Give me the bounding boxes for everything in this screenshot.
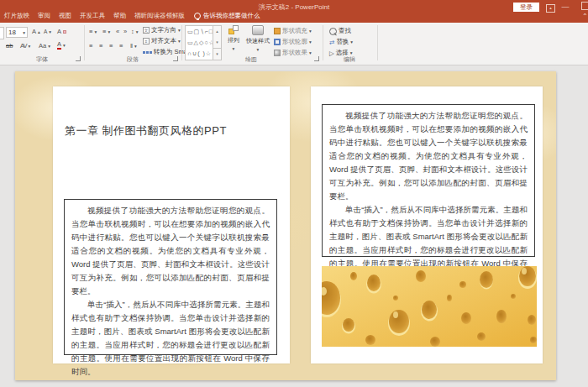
font-size-value: 18 [8, 29, 16, 36]
titlebar: 演示文稿2 - PowerPoint 登录 ▴ — 灯片放映 审阅 视图 开发工… [0, 0, 588, 23]
body-paragraph: 视频提供了功能强大的方法帮助您证明您的观点。当您单击联机视频时，可以在想要添加的… [329, 109, 528, 203]
find-button[interactable]: 查找 [329, 27, 351, 35]
left-text-box[interactable]: 视频提供了功能强大的方法帮助您证明您的观点。当您单击联机视频时，可以在想要添加的… [64, 199, 277, 355]
font-name-box-partial[interactable] [0, 27, 4, 39]
numbering-button[interactable]: ≡▾ [102, 28, 110, 35]
shape-fill-icon [274, 28, 281, 34]
scroll-down-icon: ▾ [213, 37, 221, 48]
minimize-button[interactable]: — [560, 2, 570, 12]
align-left-button[interactable]: ≡ [89, 42, 92, 50]
align-text-button[interactable]: ≡对齐文本▾ [143, 37, 181, 45]
grow-font-button[interactable]: A▴ [32, 28, 40, 35]
book-page-right[interactable]: 视频提供了功能强大的方法帮助您证明您的观点。当您单击联机视频时，可以在想要添加的… [311, 86, 543, 363]
decrease-indent-button[interactable]: « [116, 28, 119, 35]
arrange-button[interactable]: 排列▾ [223, 25, 244, 51]
quick-styles-button[interactable]: 快速样式▾ [245, 25, 270, 52]
powerpoint-window: 演示文稿2 - PowerPoint 登录 ▴ — 灯片放映 审阅 视图 开发工… [0, 0, 588, 387]
shape-glyphs: ▭▢∖⌐□○ ▭△◇○☆ ∩∪( )☆ [187, 26, 214, 59]
tab-slideshow[interactable]: 灯片放映 [0, 8, 34, 23]
shape-outline-button[interactable]: 形状轮廓▾ [274, 38, 312, 46]
maximize-button[interactable] [580, 2, 588, 13]
maximize-icon [581, 2, 588, 10]
shape-fill-button[interactable]: 形状填充▾ [274, 27, 312, 35]
sign-in-button[interactable]: 登录 [513, 3, 539, 12]
align-center-button[interactable]: ≡ [99, 42, 102, 50]
change-case-button[interactable]: Aa▾ [39, 42, 50, 50]
share-icon[interactable]: ⌃ [582, 13, 588, 21]
chapter-title[interactable]: 第一章 制作图书翻页风格的PPT [65, 123, 227, 139]
tab-view[interactable]: 视图 [55, 8, 76, 23]
strikethrough-button[interactable]: ab [6, 42, 13, 50]
eraser-icon [63, 30, 66, 34]
bullets-button[interactable]: ≡▾ [89, 28, 97, 35]
font-size-input[interactable]: 18 ▾ [6, 27, 28, 38]
tell-me-label: 告诉我你想要做什么 [203, 12, 260, 20]
ribbon-display-options-icon: ▴ [546, 4, 555, 13]
paragraph-dialog-launcher[interactable] [173, 56, 178, 61]
shapes-gallery-scrollbar[interactable]: ▴ ▾ ▾ [213, 26, 221, 60]
tab-help[interactable]: 帮助 [109, 8, 130, 23]
arrange-icon [228, 25, 239, 34]
align-right-button[interactable]: ≡ [109, 42, 113, 50]
ribbon: 18 ▾ A▴ A▾ A ab AV▾ Aa▾ A▾ 字体 ≡▾ ≡▾ « » … [0, 23, 588, 65]
drawing-group-label: 绘图 [181, 55, 321, 64]
search-icon [329, 28, 337, 35]
slide-canvas: 第一章 制作图书翻页风格的PPT 视频提供了功能强大的方法帮助您证明您的观点。当… [0, 65, 588, 387]
justify-button[interactable]: ≡ [119, 42, 123, 50]
cheese-image[interactable] [322, 266, 537, 347]
increase-indent-button[interactable]: » [123, 28, 127, 35]
body-paragraph: 单击“插入”，然后从不同库中选择所需元素。主题和样式也有助于文档保持协调。当您单… [71, 298, 270, 379]
drawing-dialog-launcher[interactable] [314, 56, 319, 61]
right-text-box[interactable]: 视频提供了功能强大的方法帮助您证明您的观点。当您单击联机视频时，可以在想要添加的… [322, 104, 535, 257]
tell-me-box[interactable]: 告诉我你想要做什么 [189, 12, 265, 20]
shape-outline-icon [274, 39, 281, 45]
paragraph-group-label: 段落 [86, 55, 180, 64]
replace-button[interactable]: ⇄替换▾ [329, 38, 353, 46]
window-title: 演示文稿2 - PowerPoint [259, 3, 329, 12]
smartart-icon [143, 51, 152, 54]
lightbulb-icon [194, 13, 201, 19]
font-color-button[interactable]: A▾ [57, 41, 66, 50]
book-page-left[interactable]: 第一章 制作图书翻页风格的PPT 视频提供了功能强大的方法帮助您证明您的观点。当… [53, 86, 290, 363]
columns-button[interactable]: ‖▾ [130, 42, 137, 50]
align-text-icon: ≡ [143, 38, 150, 44]
shrink-font-button[interactable]: A▾ [44, 29, 51, 34]
font-group-label: 字体 [0, 55, 84, 64]
ribbon-display-options-button[interactable]: ▴ [545, 2, 556, 11]
scroll-up-icon: ▴ [213, 26, 221, 37]
text-direction-button[interactable]: 文文字方向▾ [143, 26, 181, 34]
body-paragraph: 视频提供了功能强大的方法帮助您证明您的观点。当您单击联机视频时，可以在想要添加的… [71, 204, 270, 298]
clear-formatting-button[interactable]: A [57, 28, 66, 35]
quick-styles-icon [252, 25, 264, 35]
font-dialog-launcher[interactable] [76, 56, 81, 61]
tab-developer[interactable]: 开发工具 [76, 8, 109, 23]
editing-group-label: 编辑 [323, 55, 376, 64]
chevron-down-icon: ▾ [23, 30, 25, 35]
ribbon-tabs: 灯片放映 审阅 视图 开发工具 帮助 福昕阅读器领鲜版 告诉我你想要做什么 [0, 8, 265, 23]
character-spacing-button[interactable]: AV▾ [20, 42, 30, 50]
text-direction-icon: 文 [143, 27, 150, 34]
tab-review[interactable]: 审阅 [34, 8, 55, 23]
tab-foxit[interactable]: 福昕阅读器领鲜版 [130, 8, 189, 23]
line-spacing-button[interactable]: ↕▾ [131, 28, 139, 35]
slide[interactable]: 第一章 制作图书翻页风格的PPT 视频提供了功能强大的方法帮助您证明您的观点。当… [15, 71, 556, 380]
